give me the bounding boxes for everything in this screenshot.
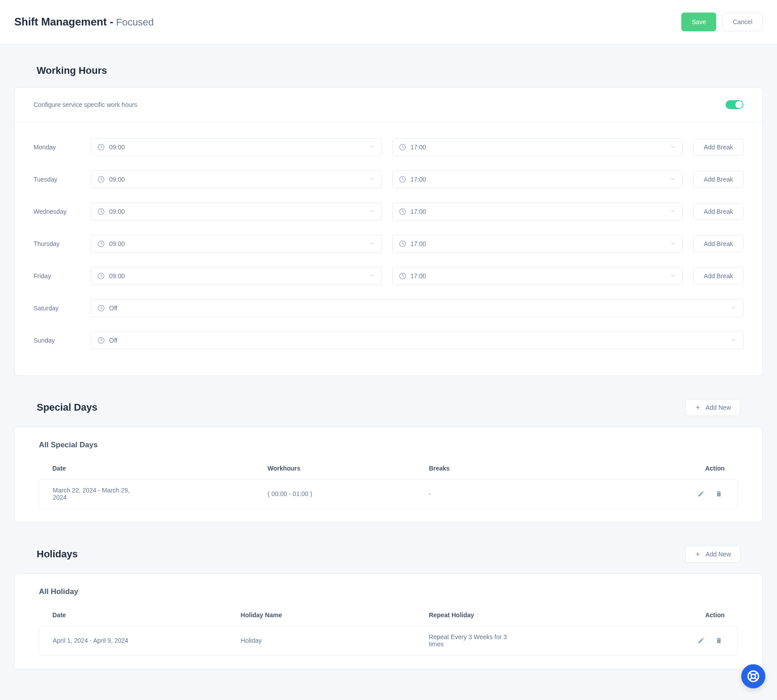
svg-line-21 bbox=[750, 678, 752, 680]
cell-actions bbox=[657, 488, 724, 499]
col-header-hname: Holiday Name bbox=[241, 611, 429, 619]
special-days-table-head: Date Workhours Breaks Action bbox=[39, 458, 738, 479]
clock-icon bbox=[98, 337, 105, 344]
end-time-value: 17:00 bbox=[411, 272, 426, 280]
cell-hrepeat: Repeat Every 3 Weeks for 3 times bbox=[429, 633, 657, 648]
col-header-hrepeat: Repeat Holiday bbox=[429, 611, 658, 619]
working-hours-header: Working Hours bbox=[14, 59, 763, 87]
start-time-select[interactable]: 09:00 bbox=[91, 138, 382, 156]
col-header-breaks: Breaks bbox=[429, 465, 658, 472]
page-title-suffix: Focused bbox=[113, 17, 154, 28]
day-label: Thursday bbox=[34, 240, 80, 247]
day-row: SundayOff bbox=[34, 324, 743, 356]
col-header-hdate: Date bbox=[52, 611, 241, 619]
chevron-down-icon bbox=[369, 240, 375, 248]
working-hours-subtitle: Configure service specific work hours bbox=[34, 101, 137, 108]
chevron-down-icon bbox=[670, 240, 676, 248]
add-holiday-label: Add New bbox=[705, 551, 731, 558]
end-time-select[interactable]: 17:00 bbox=[392, 235, 683, 253]
end-time-select[interactable]: 17:00 bbox=[392, 203, 683, 221]
special-days-list-title: All Special Days bbox=[15, 427, 762, 458]
end-time-select[interactable]: 17:00 bbox=[392, 138, 683, 156]
working-hours-title: Working Hours bbox=[37, 65, 107, 76]
delete-icon[interactable] bbox=[713, 635, 724, 646]
cell-hactions bbox=[657, 635, 724, 646]
day-row: Monday09:0017:00Add Break bbox=[34, 131, 743, 163]
clock-icon bbox=[399, 176, 406, 183]
special-day-row: March 22, 2024 - March 29, 2024( 00:00 -… bbox=[39, 479, 738, 509]
add-break-button[interactable]: Add Break bbox=[693, 139, 743, 156]
start-time-select[interactable]: Off bbox=[91, 299, 743, 317]
start-time-select[interactable]: 09:00 bbox=[91, 170, 382, 188]
edit-icon[interactable] bbox=[696, 488, 706, 499]
col-header-date: Date bbox=[52, 465, 267, 472]
help-fab[interactable] bbox=[741, 664, 765, 688]
clock-icon bbox=[399, 272, 406, 280]
clock-icon bbox=[98, 144, 105, 151]
cancel-button[interactable]: Cancel bbox=[722, 13, 763, 31]
day-label: Sunday bbox=[34, 337, 80, 344]
day-label: Wednesday bbox=[34, 208, 80, 215]
clock-icon bbox=[98, 176, 105, 183]
add-break-button[interactable]: Add Break bbox=[693, 267, 743, 284]
start-time-value: 09:00 bbox=[109, 144, 125, 151]
chevron-down-icon bbox=[670, 208, 676, 216]
day-row: Friday09:0017:00Add Break bbox=[34, 260, 743, 292]
col-header-haction: Action bbox=[658, 611, 725, 619]
start-time-select[interactable]: 09:00 bbox=[91, 267, 382, 285]
clock-icon bbox=[399, 144, 406, 151]
svg-line-20 bbox=[755, 673, 757, 675]
end-time-select[interactable]: 17:00 bbox=[392, 267, 683, 285]
lifebuoy-icon bbox=[747, 670, 760, 683]
delete-icon[interactable] bbox=[713, 488, 724, 499]
add-special-day-button[interactable]: Add New bbox=[685, 399, 740, 416]
start-time-select[interactable]: 09:00 bbox=[91, 203, 382, 221]
day-row: SaturdayOff bbox=[34, 292, 743, 324]
day-row: Tuesday09:0017:00Add Break bbox=[34, 163, 743, 195]
end-time-select[interactable]: 17:00 bbox=[392, 170, 683, 188]
end-time-value: 17:00 bbox=[411, 208, 426, 215]
holidays-title: Holidays bbox=[37, 548, 78, 560]
add-break-button[interactable]: Add Break bbox=[693, 171, 743, 188]
end-time-value: 17:00 bbox=[411, 176, 426, 183]
clock-icon bbox=[98, 305, 105, 312]
working-hours-toggle[interactable] bbox=[726, 100, 743, 109]
add-break-button[interactable]: Add Break bbox=[693, 235, 743, 252]
day-row: Thursday09:0017:00Add Break bbox=[34, 228, 743, 260]
chevron-down-icon bbox=[670, 176, 676, 183]
day-label: Tuesday bbox=[34, 176, 80, 183]
edit-icon[interactable] bbox=[696, 635, 706, 646]
cell-hname: Holiday bbox=[241, 637, 429, 644]
holidays-table-head: Date Holiday Name Repeat Holiday Action bbox=[39, 604, 738, 626]
clock-icon bbox=[98, 208, 105, 215]
clock-icon bbox=[399, 208, 406, 215]
add-break-button[interactable]: Add Break bbox=[693, 203, 743, 220]
chevron-down-icon bbox=[670, 272, 676, 280]
add-holiday-button[interactable]: Add New bbox=[685, 546, 740, 563]
page-header: Shift Management - Focused Save Cancel bbox=[0, 0, 777, 44]
clock-icon bbox=[98, 272, 105, 280]
start-time-select[interactable]: Off bbox=[91, 331, 743, 349]
cell-breaks: - bbox=[429, 490, 657, 497]
day-label: Saturday bbox=[34, 305, 80, 312]
plus-icon bbox=[695, 551, 701, 557]
start-time-value: 09:00 bbox=[109, 208, 125, 215]
holiday-row: April 1, 2024 - April 9, 2024HolidayRepe… bbox=[39, 626, 738, 655]
holidays-header: Holidays Add New bbox=[14, 539, 763, 573]
plus-icon bbox=[695, 404, 701, 411]
col-header-workhours: Workhours bbox=[267, 465, 429, 472]
chevron-down-icon bbox=[670, 144, 676, 151]
header-actions: Save Cancel bbox=[681, 13, 763, 31]
holidays-list-title: All Holiday bbox=[15, 574, 762, 604]
clock-icon bbox=[98, 240, 105, 247]
page-title: Shift Management - Focused bbox=[14, 16, 154, 28]
save-button[interactable]: Save bbox=[681, 13, 716, 31]
start-time-select[interactable]: 09:00 bbox=[91, 235, 382, 253]
chevron-down-icon bbox=[730, 305, 737, 312]
chevron-down-icon bbox=[369, 208, 375, 216]
cell-workhours: ( 00:00 - 01:00 ) bbox=[267, 490, 429, 497]
chevron-down-icon bbox=[730, 337, 737, 344]
start-time-value: Off bbox=[109, 337, 117, 344]
chevron-down-icon bbox=[369, 176, 375, 183]
day-label: Monday bbox=[34, 144, 80, 151]
